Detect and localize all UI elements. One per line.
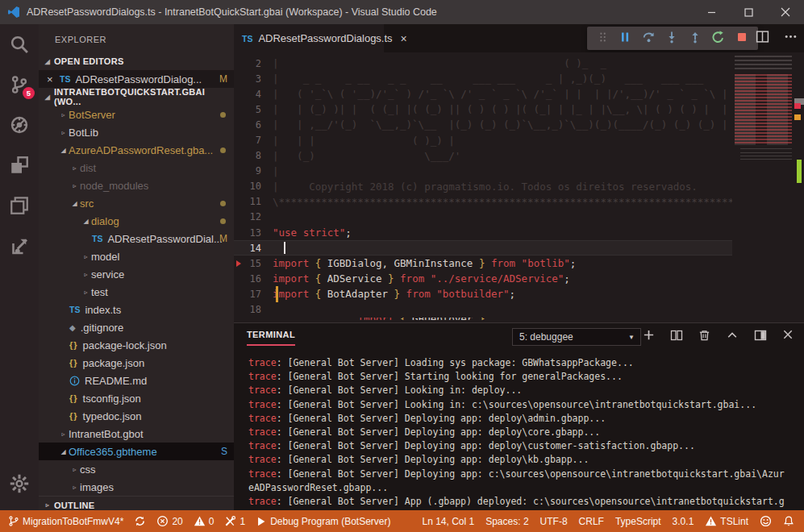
activity-extensions[interactable] bbox=[0, 145, 39, 185]
status--utf8[interactable]: UTF-8 bbox=[540, 516, 568, 527]
debug-step-into-button[interactable] bbox=[665, 31, 678, 47]
open-editor-item[interactable]: × TS ADResetPasswordDialog... M bbox=[39, 70, 234, 88]
close-editor-icon[interactable]: × bbox=[47, 73, 60, 85]
tree-item-images[interactable]: ▹images bbox=[39, 478, 234, 496]
status-tools-1[interactable]: 1 bbox=[224, 515, 245, 527]
code-line-16[interactable]: 16import { ADService } from "../service/… bbox=[234, 271, 732, 286]
status-sync[interactable] bbox=[134, 515, 146, 527]
tree-item-office365-gbtheme[interactable]: ◢Office365.gbthemeS bbox=[39, 443, 234, 460]
tree-item-adresetpassworddial-[interactable]: TSADResetPasswordDial...M bbox=[39, 230, 234, 247]
close-tab-icon[interactable]: × bbox=[401, 32, 407, 45]
code-line-19[interactable]: import { GBDeployer } bbox=[234, 318, 732, 320]
status--ln[interactable]: Ln 14, Col 1 bbox=[422, 516, 474, 527]
tree-item-azureadpasswordreset-gba-[interactable]: ◢AzureADPasswordReset.gba... bbox=[39, 141, 234, 159]
toggle-panel-button[interactable] bbox=[754, 329, 767, 345]
terminal-output[interactable]: trace: [General Bot Server] Loading sys … bbox=[234, 350, 804, 509]
status--spaces[interactable]: Spaces: 2 bbox=[485, 516, 528, 527]
tree-item-src[interactable]: ◢src bbox=[39, 194, 234, 212]
code-editor[interactable]: 2| ( )_ _ |3| _ _ _ __ _ _ __ ___ ___ _ … bbox=[234, 52, 804, 322]
overview-ruler[interactable] bbox=[794, 52, 804, 322]
tab-adresetpassworddialogs[interactable]: TS ADResetPasswordDialogs.ts × bbox=[234, 24, 384, 52]
status-smiley[interactable] bbox=[760, 515, 772, 527]
status--crlf[interactable]: CRLF bbox=[579, 516, 604, 527]
code-line-10[interactable]: 10| Copyright 2018 (c) pragmatismo.io. T… bbox=[234, 179, 732, 194]
tree-item-node-modules[interactable]: ▹node_modules bbox=[39, 177, 234, 194]
debug-restart-button[interactable] bbox=[711, 30, 725, 47]
code-line-11[interactable]: 11\*************************************… bbox=[234, 194, 732, 210]
code-line-18[interactable]: 18 bbox=[234, 302, 732, 318]
activity-pages[interactable] bbox=[0, 185, 39, 226]
code-line-5[interactable]: 5| | (_) )| | ( (_| |( (_) || ( ) ( ) |(… bbox=[234, 102, 732, 117]
code-line-15[interactable]: 15import { IGBDialog, GBMinInstance } fr… bbox=[234, 256, 732, 271]
more-button[interactable] bbox=[784, 30, 798, 47]
tree-item-typedoc-json[interactable]: {}typedoc.json bbox=[39, 407, 234, 425]
status-git-branch-migrationtobotfmwv4[interactable]: MigrationToBotFmwV4* bbox=[8, 515, 123, 527]
code-line-8[interactable]: 8| (_) \___/' | bbox=[234, 148, 732, 164]
line-number: 10 bbox=[234, 181, 273, 192]
status--typescript[interactable]: TypeScript bbox=[615, 516, 661, 527]
new-terminal-button[interactable] bbox=[643, 329, 655, 344]
status-bell[interactable] bbox=[783, 515, 794, 527]
maximize-button[interactable] bbox=[730, 0, 767, 24]
activity-source-control[interactable]: 5 bbox=[0, 64, 39, 105]
split-editor-button[interactable] bbox=[756, 30, 769, 47]
debug-step-over-button[interactable] bbox=[642, 30, 656, 47]
editor-area: TS ADResetPasswordDialogs.ts × 2| ( )_ _… bbox=[234, 24, 804, 322]
tree-item-readme-md[interactable]: README.md bbox=[39, 372, 234, 389]
maximize-panel-button[interactable] bbox=[726, 330, 739, 344]
activity-settings-gear[interactable] bbox=[0, 463, 39, 504]
tree-item-intranetbot-gbot[interactable]: ▹IntranetBot.gbot bbox=[39, 425, 234, 443]
close-window-button[interactable] bbox=[767, 0, 804, 24]
debug-drag-grip-button[interactable] bbox=[598, 29, 609, 48]
code-line-17[interactable]: 17import { BotAdapter } from "botbuilder… bbox=[234, 286, 732, 301]
code-line-2[interactable]: 2| ( )_ _ | bbox=[234, 56, 732, 71]
tree-item-label: dialog bbox=[91, 215, 119, 227]
tree-item-package-lock-json[interactable]: {}package-lock.json bbox=[39, 336, 234, 354]
minimize-button[interactable] bbox=[693, 0, 730, 24]
code-line-3[interactable]: 3| _ _ _ __ _ _ __ ___ ___ _ | ,_)(_) __… bbox=[234, 71, 732, 86]
code-line-13[interactable]: 13"use strict"; bbox=[234, 225, 732, 240]
code-line-14[interactable]: 14 bbox=[234, 240, 732, 256]
terminal-selector[interactable]: 5: debuggee ▼ bbox=[512, 328, 641, 346]
tree-item-botlib[interactable]: ▹BotLib bbox=[39, 123, 234, 141]
tree-item-package-json[interactable]: {}package.json bbox=[39, 354, 234, 372]
close-panel-button[interactable] bbox=[782, 329, 794, 344]
open-editors-header[interactable]: ◢ OPEN EDITORS bbox=[39, 52, 234, 70]
minimap[interactable] bbox=[732, 52, 794, 322]
status-error-20[interactable]: 20 bbox=[156, 515, 182, 527]
status-warning-tslint[interactable]: TSLint bbox=[705, 515, 748, 527]
activity-debug[interactable] bbox=[0, 105, 39, 145]
status-play-debug[interactable]: Debug Program (BotServer) bbox=[256, 516, 390, 527]
tree-item-dialog[interactable]: ◢dialog bbox=[39, 212, 234, 230]
tree-item--gitignore[interactable]: ◆.gitignore bbox=[39, 318, 234, 336]
tree-item-dist[interactable]: ▹dist bbox=[39, 159, 234, 177]
terminal-tab[interactable]: TERMINAL bbox=[247, 330, 295, 346]
code-text: | ( '_`\ ( '__)/'_` ) /'_ `\ /' _ ` _ `\… bbox=[273, 88, 727, 100]
code-line-4[interactable]: 4| ( '_`\ ( '__)/'_` ) /'_ `\ /' _ ` _ `… bbox=[234, 86, 732, 102]
tree-item-test[interactable]: ▹test bbox=[39, 283, 234, 301]
activity-search[interactable] bbox=[0, 24, 39, 64]
code-line-12[interactable]: 12 bbox=[234, 210, 732, 225]
tree-item-botserver[interactable]: ▹BotServer bbox=[39, 106, 234, 123]
activity-share[interactable] bbox=[0, 226, 39, 266]
tree-item-service[interactable]: ▹service bbox=[39, 265, 234, 283]
tree-item-css[interactable]: ▹css bbox=[39, 460, 234, 478]
code-line-9[interactable]: 9| | bbox=[234, 164, 732, 179]
code-line-6[interactable]: 6| | ,__/'(_) `\__,_)`\__ |(_) (_) (_)`\… bbox=[234, 117, 732, 132]
status-warning-0[interactable]: 0 bbox=[194, 515, 215, 527]
code-text: | | bbox=[273, 165, 732, 177]
debug-step-out-button[interactable] bbox=[689, 31, 702, 47]
status--301[interactable]: 3.0.1 bbox=[673, 516, 694, 527]
kill-terminal-button[interactable] bbox=[698, 329, 710, 345]
outline-header[interactable]: ▹ OUTLINE bbox=[39, 496, 234, 510]
debug-stop-button[interactable] bbox=[735, 31, 748, 47]
code-line-7[interactable]: 7| | | ( )_) | | bbox=[234, 132, 732, 148]
bell-icon bbox=[783, 515, 794, 527]
tree-item-model[interactable]: ▹model bbox=[39, 247, 234, 265]
workspace-header[interactable]: ◢ INTRANETBOTQUICKSTART.GBAI (WO... bbox=[39, 88, 234, 106]
split-terminal-button[interactable] bbox=[670, 329, 683, 345]
settings-gear-icon bbox=[10, 474, 29, 493]
debug-pause-button[interactable] bbox=[619, 31, 631, 47]
tree-item-index-ts[interactable]: TSindex.ts bbox=[39, 301, 234, 318]
tree-item-tsconfig-json[interactable]: {}tsconfig.json bbox=[39, 389, 234, 407]
